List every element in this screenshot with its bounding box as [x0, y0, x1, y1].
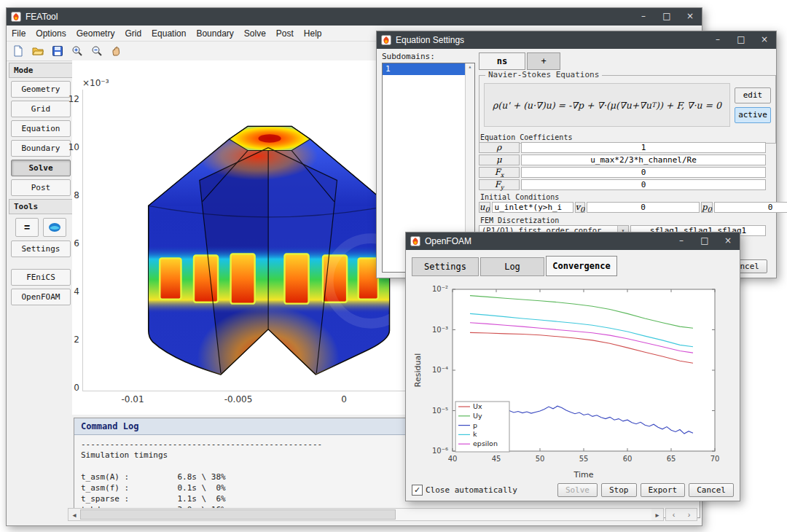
initial-v0-input[interactable]	[587, 202, 700, 213]
svg-text:10⁻³: 10⁻³	[432, 326, 448, 334]
mode-header: Mode	[9, 63, 73, 78]
svg-text:k: k	[473, 430, 477, 438]
initial-p0-button[interactable]: p0	[701, 202, 712, 213]
tab-convergence[interactable]: Convergence	[546, 256, 617, 276]
pager-left-icon[interactable]: ‹	[673, 510, 676, 519]
equation-settings-titlebar[interactable]: Equation Settings – □ ×	[377, 31, 776, 49]
open-model-button[interactable]	[29, 43, 47, 59]
coefficients-label: Equation Coefficients	[480, 133, 572, 141]
mode-equation-button[interactable]: Equation	[11, 120, 71, 137]
zoom-in-button[interactable]	[68, 43, 86, 59]
tab-add-equation[interactable]: +	[527, 52, 560, 70]
featool-titlebar[interactable]: FEATool – □ ×	[7, 8, 702, 26]
edit-equation-button[interactable]: edit	[735, 87, 771, 103]
window-controls: – □ ×	[670, 232, 740, 250]
zoom-in-icon	[71, 45, 83, 57]
window-title: OpenFOAM	[425, 236, 471, 246]
fenics-button[interactable]: FEniCS	[11, 269, 71, 286]
y-tick-4: 4	[55, 286, 79, 297]
coefficient-rho-button[interactable]: ρ	[479, 142, 520, 153]
maximize-button[interactable]: □	[655, 8, 678, 26]
y-tick-8: 8	[55, 190, 79, 200]
initial-p0-input[interactable]	[714, 202, 787, 213]
minimize-button[interactable]: –	[706, 31, 729, 49]
menu-solve[interactable]: Solve	[239, 27, 271, 40]
minimize-button[interactable]: –	[670, 232, 693, 250]
group-title: Navier-Stokes Equations	[485, 70, 602, 79]
tab-ns[interactable]: ns	[479, 52, 525, 70]
close-button[interactable]: ×	[753, 31, 776, 49]
svg-text:10⁻²: 10⁻²	[432, 285, 448, 293]
active-toggle-button[interactable]: active	[735, 107, 771, 123]
initial-conditions-label: Initial Conditions	[480, 193, 559, 201]
openfoam-window: OpenFOAM – □ × Settings Log Convergence …	[405, 232, 740, 501]
svg-text:40: 40	[448, 455, 458, 463]
pan-button[interactable]	[108, 43, 125, 59]
maximize-button[interactable]: □	[729, 31, 753, 49]
svg-text:p: p	[473, 421, 477, 429]
equation-equals-button[interactable]: =	[15, 218, 39, 237]
new-file-icon	[12, 45, 24, 57]
save-model-button[interactable]	[49, 43, 66, 59]
log-horizontal-scrollbar[interactable]: ◂ ▸	[68, 508, 664, 521]
solve-button[interactable]: Solve	[557, 483, 598, 497]
zoom-out-icon	[91, 45, 103, 57]
svg-text:45: 45	[492, 455, 501, 463]
scrollbar-track[interactable]	[80, 509, 651, 520]
stop-button[interactable]: Stop	[601, 483, 637, 497]
coefficient-rho-input[interactable]	[521, 142, 766, 153]
menu-grid[interactable]: Grid	[120, 27, 146, 40]
coefficient-mu-button[interactable]: μ	[479, 154, 520, 165]
coefficient-fy-input[interactable]	[521, 179, 766, 190]
scrollbar-thumb[interactable]	[80, 509, 396, 520]
log-pager[interactable]: ‹ ›	[665, 508, 697, 521]
multiphysics-tool-button[interactable]	[43, 218, 66, 237]
close-button[interactable]: ×	[678, 8, 702, 26]
initial-u0-input[interactable]	[492, 202, 573, 213]
featool-app-icon	[11, 12, 21, 22]
menu-help[interactable]: Help	[299, 27, 327, 40]
initial-v0-button[interactable]: v0	[575, 202, 586, 213]
y-tick-12: 12	[55, 94, 79, 104]
export-button[interactable]: Export	[641, 483, 686, 497]
svg-text:Ux: Ux	[473, 402, 482, 410]
checkbox-box[interactable]: ✓	[412, 485, 423, 496]
close-button[interactable]: ×	[716, 232, 740, 250]
desktop: FEATool – □ × File Options Geometry Grid…	[0, 0, 787, 532]
pager-right-icon[interactable]: ›	[688, 510, 691, 519]
mode-solve-button[interactable]: Solve	[11, 160, 71, 176]
subdomains-label: Subdomains:	[382, 52, 435, 61]
scroll-up-icon[interactable]: ▴	[469, 63, 472, 70]
openfoam-titlebar[interactable]: OpenFOAM – □ ×	[406, 232, 740, 250]
coefficient-fx-button[interactable]: Fx	[479, 167, 520, 178]
tools-header: Tools	[9, 199, 73, 214]
coefficient-fx-input[interactable]	[521, 167, 766, 178]
close-automatically-checkbox[interactable]: ✓ Close automatically	[412, 485, 517, 496]
subdomain-item-1[interactable]: 1	[383, 63, 474, 75]
scroll-right-icon[interactable]: ▸	[651, 511, 663, 519]
coefficient-fy-button[interactable]: Fy	[479, 179, 520, 190]
scroll-left-icon[interactable]: ◂	[68, 511, 80, 519]
coefficient-mu-input[interactable]	[521, 154, 766, 165]
svg-text:10⁻⁴: 10⁻⁴	[432, 366, 448, 374]
openfoam-cancel-button[interactable]: Cancel	[689, 483, 734, 497]
window-title: Equation Settings	[396, 35, 464, 45]
menu-file[interactable]: File	[7, 27, 31, 40]
tab-log[interactable]: Log	[480, 257, 544, 276]
tab-settings[interactable]: Settings	[412, 257, 479, 276]
y-tick-2: 2	[55, 335, 79, 345]
menu-post[interactable]: Post	[271, 27, 299, 40]
svg-text:Uy: Uy	[473, 412, 482, 420]
menu-options[interactable]: Options	[31, 27, 71, 40]
menu-geometry[interactable]: Geometry	[71, 27, 120, 40]
menu-equation[interactable]: Equation	[146, 27, 191, 40]
openfoam-tabs: Settings Log Convergence	[412, 256, 617, 276]
save-icon	[52, 45, 63, 57]
zoom-out-button[interactable]	[88, 43, 106, 59]
menu-boundary[interactable]: Boundary	[191, 27, 238, 40]
initial-u0-button[interactable]: u0	[479, 202, 490, 213]
minimize-button[interactable]: –	[632, 8, 655, 26]
new-file-button[interactable]	[9, 43, 27, 59]
y-axis-exponent-label: ×10⁻³	[82, 78, 109, 88]
maximize-button[interactable]: □	[693, 232, 716, 250]
